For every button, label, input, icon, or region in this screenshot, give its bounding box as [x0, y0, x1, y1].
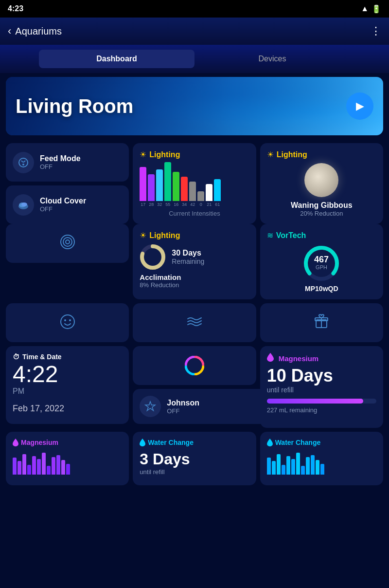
magnesium-bar-chart	[13, 450, 122, 475]
more-menu-button[interactable]: ⋮	[371, 25, 381, 37]
magnesium-chart-card[interactable]: Magnesium	[6, 432, 129, 485]
time-ampm: PM	[13, 387, 122, 396]
magnesium-progress-bg	[267, 399, 376, 404]
moon-reduction: 20% Reduction	[267, 210, 376, 217]
feed-mode-card[interactable]: Feed Mode OFF	[6, 143, 129, 182]
chart-footer: Current Intensities	[140, 210, 249, 217]
wave-card[interactable]	[133, 303, 256, 342]
gift-card[interactable]	[260, 303, 383, 342]
magnesium-progress-fill	[267, 399, 363, 404]
johnson-name: Johnson	[167, 399, 199, 407]
status-time: 4:23	[8, 4, 23, 13]
feed-mode-title: Feed Mode	[40, 154, 81, 163]
smiley-icon	[60, 314, 75, 331]
svg-point-1	[22, 164, 24, 165]
cloud-cover-card[interactable]: Cloud Cover OFF	[6, 185, 129, 224]
vortech-gauge: 467 GPH	[302, 244, 341, 283]
feed-mode-status: OFF	[40, 163, 81, 170]
cloud-cover-status: OFF	[40, 205, 86, 213]
mag-chart-drop-icon	[13, 439, 18, 446]
magnesium-heading: Magnesium	[279, 354, 319, 363]
magnesium-sub: until refill	[267, 386, 376, 394]
current-time: 4:22	[13, 363, 122, 386]
magnesium-drop-icon	[267, 353, 274, 364]
svg-point-21	[191, 362, 198, 369]
bottom-grid: ⏱ Time & Date 4:22 PM Feb 17, 2022	[0, 346, 389, 432]
gift-icon	[314, 314, 329, 332]
water-drop-icon	[140, 439, 145, 446]
play-button[interactable]: ▶	[346, 92, 373, 120]
svg-point-7	[66, 240, 70, 244]
target-icon	[60, 234, 75, 253]
acclim-heading: Lighting	[149, 231, 180, 240]
target-card[interactable]	[6, 224, 129, 263]
main-grid: Feed Mode OFF ☀ Lighting 172832551634420…	[0, 139, 389, 228]
back-button[interactable]: ‹ Aquariums	[8, 25, 62, 37]
magnesium-refill-card[interactable]: Magnesium 10 Days until refill 227 mL re…	[260, 346, 383, 428]
svg-text:467: 467	[314, 255, 329, 264]
color-wheel-icon	[185, 356, 204, 375]
moon-circle	[304, 163, 338, 197]
wind-icon	[187, 316, 202, 330]
water-change-sub: until refill	[140, 468, 249, 476]
vortech-heading: VorTech	[276, 231, 306, 240]
status-icons: ▲ 🔋	[361, 4, 381, 14]
water-chart-drop-icon	[267, 439, 273, 446]
color-wheel-card[interactable]	[133, 346, 256, 385]
days-remaining: 30 Days	[172, 249, 204, 257]
intensity-bar-chart: 1728325516344202161	[140, 163, 249, 207]
back-arrow-icon: ‹	[8, 25, 11, 37]
moon-sun-icon: ☀	[267, 150, 274, 159]
mag-chart-heading: Magnesium	[21, 439, 58, 446]
acclimation-ring	[140, 244, 166, 270]
vortech-card[interactable]: ≋ VorTech 467 GPH MP10wQD	[260, 224, 383, 299]
current-date: Feb 17, 2022	[13, 404, 122, 414]
water-change-chart-heading: Water Change	[275, 439, 321, 446]
vortech-wave-icon: ≋	[267, 231, 273, 240]
lighting-intensities-heading: Lighting	[149, 150, 180, 159]
hero-banner: Living Room ▶	[6, 77, 383, 135]
feed-mode-icon	[13, 152, 34, 173]
moon-phase: Waning Gibbous	[267, 201, 376, 210]
water-change-heading: Water Change	[148, 439, 194, 446]
magnesium-ml: 227 mL remaining	[267, 406, 376, 414]
svg-point-17	[61, 315, 74, 329]
lighting-moon-card[interactable]: ☀ Lighting Waning Gibbous 20% Reduction	[260, 143, 383, 224]
days-remaining-label: Remaining	[172, 257, 204, 265]
cloud-cover-icon	[13, 194, 34, 216]
johnson-status: OFF	[167, 407, 199, 415]
svg-point-4	[21, 202, 27, 206]
acclimation-reduction: 8% Reduction	[140, 281, 249, 289]
svg-point-12	[146, 250, 159, 264]
johnson-star-icon	[140, 396, 161, 417]
magnesium-days: 10 Days	[267, 366, 376, 386]
vortech-name: MP10wQD	[267, 285, 376, 293]
svg-text:GPH: GPH	[316, 264, 327, 270]
acclimation-title: Acclimation	[140, 273, 249, 281]
svg-point-18	[64, 319, 66, 321]
water-change-bar-chart	[267, 450, 376, 475]
water-change-days-card[interactable]: Water Change 3 Days until refill	[133, 432, 256, 485]
status-bar: 4:23 ▲ 🔋	[0, 0, 389, 18]
lighting-intensities-card[interactable]: ☀ Lighting 1728325516344202161 Current I…	[133, 143, 256, 224]
smiley-card[interactable]	[6, 303, 129, 342]
tab-bar: Dashboard Devices	[0, 45, 389, 73]
wifi-icon: ▲	[361, 4, 369, 13]
nav-title: Aquariums	[15, 26, 62, 37]
time-date-card[interactable]: ⏱ Time & Date 4:22 PM Feb 17, 2022	[6, 346, 129, 424]
water-change-chart-card[interactable]: Water Change	[260, 432, 383, 485]
bottom-cards-grid: Magnesium Water Change 3 Days until refi…	[0, 432, 389, 489]
tab-dashboard[interactable]: Dashboard	[39, 50, 194, 68]
acclim-sun-icon: ☀	[140, 231, 146, 240]
battery-icon: 🔋	[371, 4, 381, 14]
cloud-cover-title: Cloud Cover	[40, 197, 86, 205]
svg-point-19	[69, 319, 71, 321]
water-change-days: 3 Days	[140, 450, 249, 468]
lighting-moon-heading: Lighting	[277, 150, 307, 159]
second-grid: ☀ Lighting 30 Days Remaining Acclimation…	[0, 224, 389, 346]
acclimation-card[interactable]: ☀ Lighting 30 Days Remaining Acclimation…	[133, 224, 256, 299]
lighting-sun-icon: ☀	[140, 150, 146, 159]
top-nav: ‹ Aquariums ⋮	[0, 18, 389, 45]
tab-devices[interactable]: Devices	[194, 50, 350, 68]
svg-point-6	[63, 238, 72, 246]
